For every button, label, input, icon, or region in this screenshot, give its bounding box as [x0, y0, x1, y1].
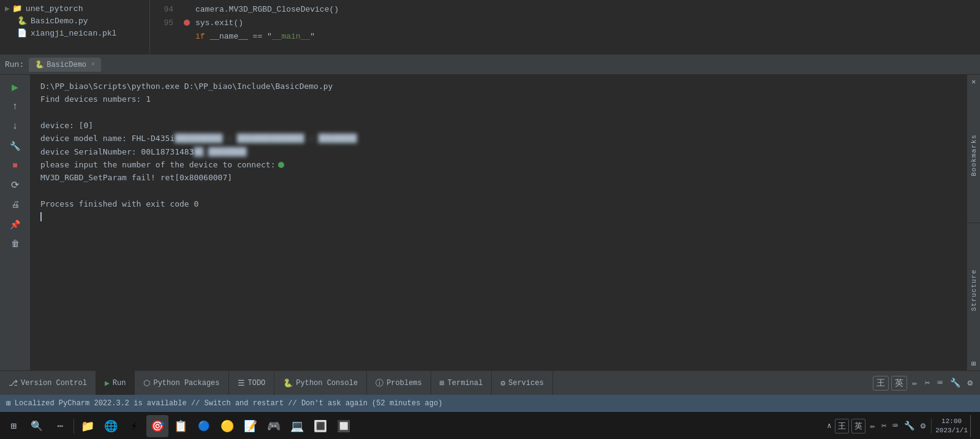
tray-ime-wang[interactable]: 王	[835, 419, 849, 433]
taskbar-chrome[interactable]: 🌐	[100, 415, 122, 437]
taskbar-app7[interactable]: 🎮	[263, 415, 285, 437]
tray-cut-icon[interactable]: ✂	[880, 419, 888, 432]
output-line-serial: device SerialNumber: 00L18731483██_█████…	[40, 145, 957, 158]
taskbar-search[interactable]: 🔍	[26, 415, 48, 437]
bookmarks-panel-label[interactable]: Bookmarks	[967, 88, 980, 223]
tray-gear-icon[interactable]: ⚙	[919, 419, 927, 432]
tab-label: Terminal	[448, 379, 483, 387]
tray-ime-eng[interactable]: 英	[851, 419, 865, 433]
code-line-95: 95 sys.exit()	[150, 16, 980, 29]
taskbar: ⊞ 🔍 ⋯ 📁 🌐 ⚡ 🎯 📋 🔵 🟡 📝 🎮 💻 🔳 🔲 ∧ 王 英 ✏ ✂ …	[0, 412, 980, 439]
taskbar-explorer[interactable]: 📁	[77, 415, 99, 437]
tray-show-desktop[interactable]	[970, 415, 975, 437]
status-bar: ⊞ Localized PyCharm 2022.3.2 is availabl…	[0, 395, 980, 412]
taskbar-app6[interactable]: 📝	[239, 415, 262, 437]
tab-todo[interactable]: ☰ TODO	[229, 371, 275, 395]
tray-keyboard-icon[interactable]: ⌨	[891, 419, 899, 432]
tab-version-control[interactable]: ⎇ Version Control	[0, 371, 96, 395]
line-number-94: 94	[150, 5, 181, 14]
pin-button[interactable]: 📌	[7, 216, 24, 233]
taskbar-app8[interactable]: 💻	[286, 415, 308, 437]
tray-settings-icon[interactable]: 🔧	[902, 419, 916, 432]
taskbar-app2[interactable]: 🎯	[146, 415, 168, 437]
stop-button[interactable]: ■	[7, 157, 24, 174]
file-tree-item-unet[interactable]: ▶ 📁 unet_pytorch	[0, 2, 149, 15]
output-line-process-finished: Process finished with exit code 0	[40, 197, 957, 210]
taskbar-start[interactable]: ⊞	[2, 415, 24, 437]
file-tree-item-basicdemo[interactable]: 🐍 BasicDemo.py	[0, 15, 149, 27]
tab-python-console[interactable]: 🐍 Python Console	[274, 371, 367, 395]
tray-time: 12:00 2023/1/1	[935, 417, 968, 435]
output-line-model: device model name: FHL-D435i██████████ :…	[40, 132, 957, 145]
ime-eng-button[interactable]: 英	[891, 376, 907, 391]
terminal-icon: ⊞	[440, 378, 445, 388]
cursor-bar	[40, 212, 42, 221]
print-button[interactable]: 🖨	[7, 196, 24, 213]
status-bar-icon: ⊞	[6, 399, 11, 408]
taskbar-app4[interactable]: 🔵	[193, 415, 215, 437]
python-packages-icon: ⬡	[143, 378, 150, 388]
wrench-button[interactable]: 🔧	[7, 137, 24, 155]
file-tree-item-xiangji[interactable]: 📄 xiangji_neican.pkl	[0, 27, 149, 39]
keyboard-icon[interactable]: ⌨	[935, 376, 944, 389]
tab-services[interactable]: ⚙ Services	[492, 371, 552, 395]
scroll-down-button[interactable]: ↓	[7, 118, 24, 135]
run-tab-icon: ▶	[105, 378, 110, 388]
todo-icon: ☰	[238, 378, 245, 388]
close-side-button[interactable]: ✕	[967, 75, 980, 88]
taskbar-app9[interactable]: 🔳	[309, 415, 331, 437]
tab-run[interactable]: ▶ Run	[96, 371, 135, 395]
tab-python-packages[interactable]: ⬡ Python Packages	[135, 371, 228, 395]
taskbar-tray: ∧ 王 英 ✏ ✂ ⌨ 🔧 ⚙ 12:00 2023/1/1	[823, 415, 978, 437]
tray-edit-icon[interactable]: ✏	[868, 419, 876, 432]
run-tab-close-icon[interactable]: ×	[91, 61, 95, 68]
edit-icon[interactable]: ✏	[910, 376, 919, 389]
output-line-device: device: [0]	[40, 119, 957, 132]
rerun-button[interactable]: ⟳	[7, 177, 24, 194]
taskbar-sep2	[931, 419, 932, 433]
taskbar-taskview[interactable]: ⋯	[49, 415, 71, 437]
settings1-icon[interactable]: 🔧	[948, 376, 963, 389]
taskbar-app1[interactable]: ⚡	[123, 415, 145, 437]
problems-icon: ⓘ	[375, 378, 383, 389]
pkl-file-icon: 📄	[17, 28, 27, 38]
code-line-94: 94 camera.MV3D_RGBD_CloseDevice()	[150, 2, 980, 16]
code-line-name: if __name__ == "__main__"	[150, 29, 980, 43]
version-control-icon: ⎇	[9, 378, 18, 388]
taskbar-app3[interactable]: 📋	[170, 415, 192, 437]
file-tree-item-label: xiangji_neican.pkl	[31, 29, 116, 38]
run-panel: Run: 🐍 BasicDemo × ▶ ↑ ↓ 🔧 ■ ⟳ 🖨 📌 🗑	[0, 55, 980, 370]
tab-label: Python Console	[296, 379, 358, 387]
taskbar-app5[interactable]: 🟡	[216, 415, 238, 437]
scroll-up-button[interactable]: ↑	[7, 98, 24, 115]
structure-icon: ⊞	[967, 357, 980, 370]
run-toolbar: ▶ ↑ ↓ 🔧 ■ ⟳ 🖨 📌 🗑	[0, 75, 31, 370]
output-line-find-devices: Find devices numbers: 1	[40, 93, 957, 105]
tab-terminal[interactable]: ⊞ Terminal	[431, 371, 492, 395]
tab-label: Problems	[386, 379, 422, 387]
structure-panel-label[interactable]: Structure	[967, 223, 980, 357]
tab-label: Python Packages	[153, 379, 219, 387]
run-output[interactable]: D:\PP_biao\Scripts\python.exe D:\PP_biao…	[31, 75, 967, 370]
trash-button[interactable]: 🗑	[7, 235, 24, 253]
file-tree-item-label: unet_pytorch	[26, 4, 83, 13]
play-button[interactable]: ▶	[7, 78, 24, 96]
folder-icon: 📁	[12, 4, 22, 13]
tab-problems[interactable]: ⓘ Problems	[367, 371, 431, 395]
tray-up-icon[interactable]: ∧	[826, 420, 832, 432]
output-line-command: D:\PP_biao\Scripts\python.exe D:\PP_biao…	[40, 80, 957, 93]
taskbar-app10[interactable]: 🔲	[333, 415, 355, 437]
code-line-if-name: if __name__ == "__main__"	[193, 32, 315, 41]
python-console-icon: 🐍	[283, 378, 293, 388]
ime-wang-button[interactable]: 王	[873, 376, 889, 391]
run-tab-basicdemo[interactable]: 🐍 BasicDemo ×	[29, 58, 101, 72]
status-bar-message: Localized PyCharm 2022.3.2 is available …	[15, 399, 443, 408]
settings2-icon[interactable]: ⚙	[965, 376, 975, 389]
tab-label: TODO	[248, 379, 266, 387]
output-line-setparam-fail: MV3D_RGBD_SetParam fail! ret[0x80060007]	[40, 171, 957, 184]
run-label: Run:	[5, 60, 24, 69]
code-line-content: camera.MV3D_RGBD_CloseDevice()	[193, 5, 339, 14]
cut-icon[interactable]: ✂	[922, 376, 932, 389]
file-tree-item-label: BasicDemo.py	[31, 17, 88, 26]
services-icon: ⚙	[500, 378, 505, 388]
